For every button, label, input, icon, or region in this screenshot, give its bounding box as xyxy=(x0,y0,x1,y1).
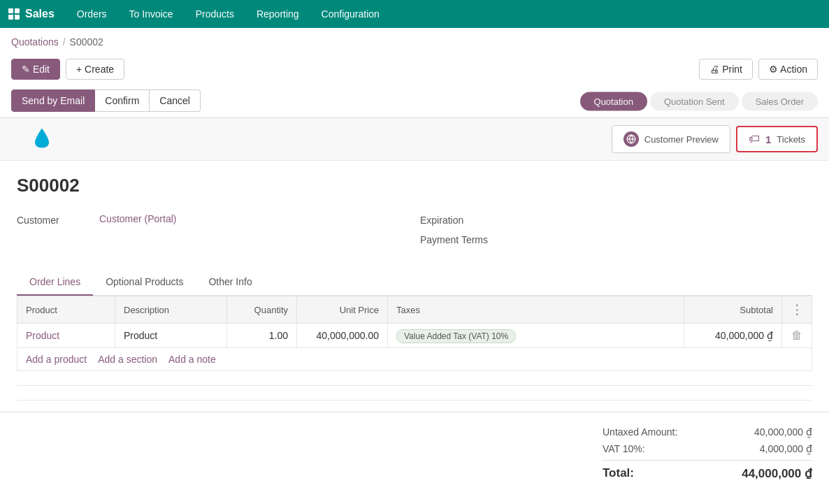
workflow-bar: Send by Email Confirm Cancel Quotation Q… xyxy=(0,85,829,118)
breadcrumb-separator: / xyxy=(63,36,66,48)
add-note-link[interactable]: Add a note xyxy=(168,354,216,365)
status-sales-order[interactable]: Sales Order xyxy=(742,92,818,111)
vat-label: VAT 10%: xyxy=(603,443,645,454)
total-label: Total: xyxy=(603,466,634,481)
payment-terms-field: Payment Terms xyxy=(420,233,812,245)
info-banner: Customer Preview 🏷 1 Tickets xyxy=(0,118,829,161)
row-unit-price[interactable]: 40,000,000.00 xyxy=(297,324,388,348)
table-row: Product Product 1.00 40,000,000.00 Value… xyxy=(17,324,812,348)
tickets-label: Tickets xyxy=(777,134,805,145)
create-button[interactable]: + Create xyxy=(66,59,124,80)
ticket-icon: 🏷 xyxy=(749,133,760,145)
form-area: S00002 Customer Customer (Portal) Expira… xyxy=(0,161,829,385)
header-unit-price: Unit Price xyxy=(297,296,388,324)
drop-indicator xyxy=(35,129,49,150)
separator xyxy=(17,385,812,386)
globe-icon xyxy=(623,131,639,147)
row-product: Product xyxy=(17,324,115,348)
form-grid: Customer Customer (Portal) Expiration Pa… xyxy=(17,213,812,252)
grid-icon xyxy=(8,8,20,20)
row-quantity[interactable]: 1.00 xyxy=(227,324,297,348)
order-lines-table: Product Description Quantity Unit Price … xyxy=(17,296,812,348)
totals-area: Untaxed Amount: 40,000,000 ₫ VAT 10%: 4,… xyxy=(0,412,829,495)
app-name: Sales xyxy=(25,8,55,20)
breadcrumb: Quotations / S00002 xyxy=(0,28,829,53)
cancel-button[interactable]: Cancel xyxy=(150,89,201,112)
separator-2 xyxy=(17,400,812,401)
row-taxes: Value Added Tax (VAT) 10% xyxy=(388,324,684,348)
send-email-button[interactable]: Send by Email xyxy=(11,89,95,112)
product-link[interactable]: Product xyxy=(26,330,59,341)
untaxed-value: 40,000,000 ₫ xyxy=(714,426,812,438)
nav-reporting[interactable]: Reporting xyxy=(245,0,310,28)
vat-row: VAT 10%: 4,000,000 ₫ xyxy=(603,440,812,457)
header-taxes: Taxes xyxy=(388,296,684,324)
drop-icon xyxy=(35,129,49,148)
tickets-count: 1 xyxy=(765,134,771,145)
edit-button[interactable]: ✎ Edit xyxy=(11,59,60,80)
row-subtotal: 40,000,000 ₫ xyxy=(684,324,782,348)
row-description[interactable]: Product xyxy=(115,324,227,348)
breadcrumb-parent[interactable]: Quotations xyxy=(11,36,59,48)
action-button[interactable]: ⚙ Action xyxy=(758,59,818,80)
tax-badge[interactable]: Value Added Tax (VAT) 10% xyxy=(396,329,516,343)
action-bar: ✎ Edit + Create 🖨 Print ⚙ Action xyxy=(0,53,829,85)
vat-value: 4,000,000 ₫ xyxy=(714,443,812,454)
right-section: Expiration Payment Terms xyxy=(420,213,812,252)
header-product: Product xyxy=(17,296,115,324)
tab-other-info[interactable]: Other Info xyxy=(196,269,264,296)
add-row-section: Add a product Add a section Add a note xyxy=(17,348,812,371)
app-logo[interactable]: Sales xyxy=(8,8,55,20)
total-row: Total: 44,000,000 ₫ xyxy=(603,460,812,484)
add-section-link[interactable]: Add a section xyxy=(98,354,157,365)
untaxed-label: Untaxed Amount: xyxy=(603,426,677,438)
status-quotation[interactable]: Quotation xyxy=(580,92,647,111)
nav-products[interactable]: Products xyxy=(185,0,245,28)
nav-to-invoice[interactable]: To Invoice xyxy=(118,0,185,28)
tabs-bar: Order Lines Optional Products Other Info xyxy=(17,269,812,296)
header-actions: ⋮ xyxy=(782,296,812,324)
add-product-link[interactable]: Add a product xyxy=(26,354,87,365)
customer-field: Customer Customer (Portal) xyxy=(17,213,409,226)
nav-items: Orders To Invoice Products Reporting Con… xyxy=(66,0,391,28)
customer-value[interactable]: Customer (Portal) xyxy=(99,213,176,224)
nav-orders[interactable]: Orders xyxy=(66,0,118,28)
column-options-icon[interactable]: ⋮ xyxy=(791,303,803,317)
top-navigation: Sales Orders To Invoice Products Reporti… xyxy=(0,0,829,28)
customer-preview-label: Customer Preview xyxy=(644,134,719,145)
confirm-button[interactable]: Confirm xyxy=(95,89,150,112)
customer-preview-button[interactable]: Customer Preview xyxy=(612,125,730,153)
header-subtotal: Subtotal xyxy=(684,296,782,324)
header-description: Description xyxy=(115,296,227,324)
customer-label: Customer xyxy=(17,213,94,226)
document-title: S00002 xyxy=(17,175,812,196)
print-button[interactable]: 🖨 Print xyxy=(699,59,753,80)
status-bar: Quotation Quotation Sent Sales Order xyxy=(580,92,818,111)
expiration-label: Expiration xyxy=(420,213,497,226)
customer-section: Customer Customer (Portal) xyxy=(17,213,409,252)
header-quantity: Quantity xyxy=(227,296,297,324)
row-actions: 🗑 xyxy=(782,324,812,348)
expiration-field: Expiration xyxy=(420,213,812,226)
status-quotation-sent[interactable]: Quotation Sent xyxy=(650,92,739,111)
total-value: 44,000,000 ₫ xyxy=(714,466,812,481)
tickets-button[interactable]: 🏷 1 Tickets xyxy=(736,126,818,152)
payment-terms-label: Payment Terms xyxy=(420,233,497,245)
tab-optional-products[interactable]: Optional Products xyxy=(93,269,196,296)
delete-row-icon[interactable]: 🗑 xyxy=(791,329,802,341)
totals-table: Untaxed Amount: 40,000,000 ₫ VAT 10%: 4,… xyxy=(603,424,812,484)
nav-configuration[interactable]: Configuration xyxy=(310,0,391,28)
untaxed-row: Untaxed Amount: 40,000,000 ₫ xyxy=(603,424,812,440)
breadcrumb-current: S00002 xyxy=(70,36,103,48)
tab-order-lines[interactable]: Order Lines xyxy=(17,269,93,296)
